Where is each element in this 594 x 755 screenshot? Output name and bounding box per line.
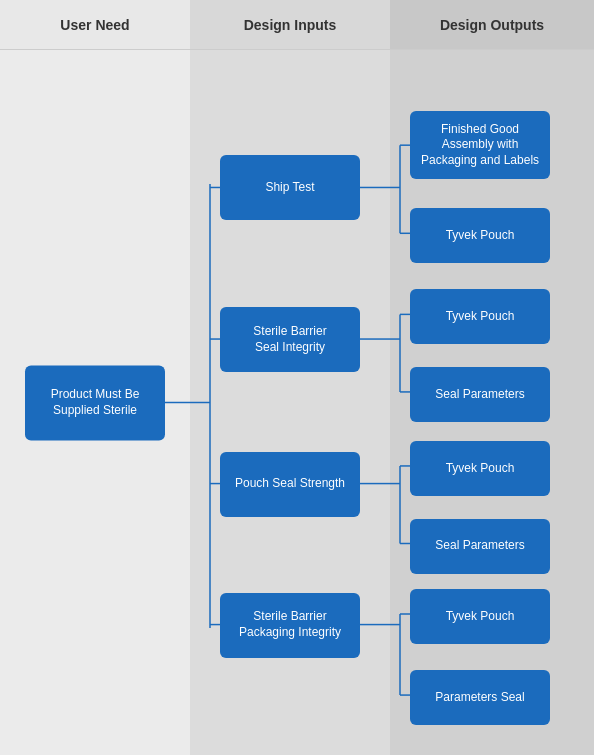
do-tyvek-3a: Tyvek Pouch — [410, 441, 550, 496]
header-design-inputs: Design Inputs — [190, 0, 390, 49]
user-need-box: Product Must Be Supplied Sterile — [25, 365, 165, 440]
col-design-outputs: Finished Good Assembly with Packaging an… — [390, 50, 594, 755]
do-tyvek-2a: Tyvek Pouch — [410, 289, 550, 344]
do-seal-params-2b: Seal Parameters — [410, 367, 550, 422]
header-user-need: User Need — [0, 0, 190, 49]
do-finished-good: Finished Good Assembly with Packaging an… — [410, 111, 550, 179]
col-user-need: Product Must Be Supplied Sterile — [0, 50, 190, 755]
header: User Need Design Inputs Design Outputs — [0, 0, 594, 50]
di-pouch-seal-strength: Pouch Seal Strength — [220, 452, 360, 517]
do-seal-params-3b: Seal Parameters — [410, 519, 550, 574]
do-params-seal-4b: Parameters Seal — [410, 670, 550, 725]
page: User Need Design Inputs Design Outputs P… — [0, 0, 594, 755]
di-sterile-barrier-pkg: Sterile Barrier Packaging Integrity — [220, 593, 360, 658]
col-design-inputs: Ship Test Sterile Barrier Seal Integrity… — [190, 50, 390, 755]
di-ship-test: Ship Test — [220, 155, 360, 220]
do-tyvek-4a: Tyvek Pouch — [410, 589, 550, 644]
main-content: Product Must Be Supplied Sterile — [0, 50, 594, 755]
di-sterile-barrier-seal: Sterile Barrier Seal Integrity — [220, 307, 360, 372]
header-design-outputs: Design Outputs — [390, 0, 594, 49]
do-tyvek-1b: Tyvek Pouch — [410, 208, 550, 263]
